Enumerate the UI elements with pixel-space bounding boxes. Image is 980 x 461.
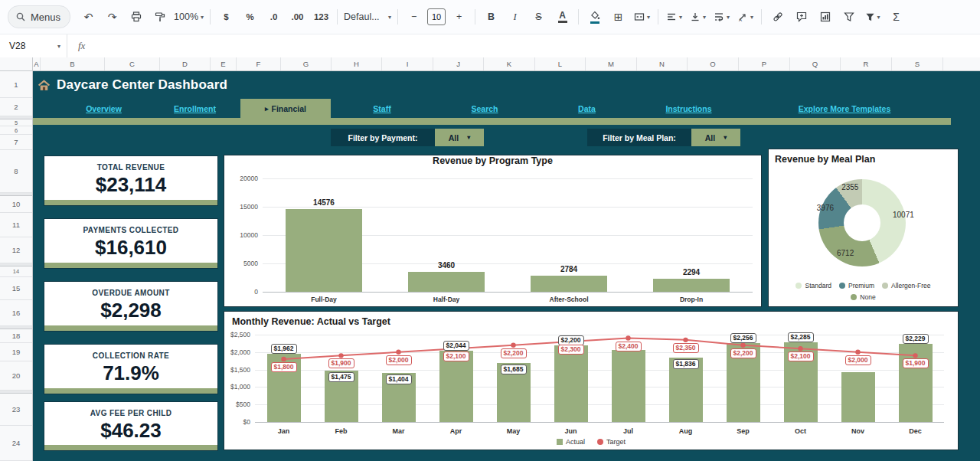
row-header-10[interactable]: 10 — [0, 196, 32, 213]
column-header-N[interactable]: N — [637, 57, 688, 70]
column-header-D[interactable]: D — [160, 57, 211, 70]
vertical-align-bottom-icon — [690, 11, 701, 22]
legend-label: Premium — [848, 282, 874, 289]
column-header-A[interactable]: A — [33, 57, 41, 70]
row-header-19[interactable]: 19 — [0, 343, 32, 361]
menus-button[interactable]: Menus — [8, 5, 70, 28]
more-formats-button[interactable]: 123 — [309, 7, 333, 27]
filter-dropdown-filter-by-meal-plan[interactable]: All▾ — [691, 129, 740, 146]
create-filter-button[interactable] — [837, 7, 861, 27]
bar-dec[interactable] — [899, 344, 933, 422]
percent-format-button[interactable]: % — [238, 7, 262, 27]
column-header-L[interactable]: L — [535, 57, 586, 70]
bar-drop-in[interactable] — [653, 279, 730, 292]
select-all-corner[interactable] — [0, 57, 33, 70]
insert-chart-button[interactable] — [813, 7, 837, 27]
column-header-R[interactable]: R — [841, 57, 892, 70]
row-header-16[interactable]: 16 — [0, 300, 32, 326]
legend-swatch — [851, 294, 857, 300]
tab-financial[interactable]: ▸Financial — [240, 99, 331, 118]
redo-button[interactable]: ↷ — [100, 7, 124, 27]
row-header-5[interactable]: 5 — [0, 119, 32, 126]
column-header-S[interactable]: S — [892, 57, 943, 70]
horizontal-align-button[interactable]: ▾ — [662, 7, 686, 27]
column-header-Q[interactable]: Q — [790, 57, 841, 70]
tab-explore-more-templates[interactable]: Explore More Templates — [740, 99, 949, 118]
tab-label: Data — [578, 104, 596, 113]
column-header-I[interactable]: I — [382, 57, 433, 70]
kpi-label: COLLECTION RATE — [93, 351, 169, 360]
print-button[interactable] — [124, 7, 148, 27]
paint-format-button[interactable] — [148, 7, 172, 27]
tab-data[interactable]: Data — [536, 99, 638, 118]
merge-cells-button[interactable]: ▾ — [630, 7, 654, 27]
row-header-24[interactable]: 24 — [0, 426, 32, 461]
tab-search[interactable]: Search — [433, 99, 536, 118]
row-header-15[interactable]: 15 — [0, 277, 32, 300]
fill-color-button[interactable] — [583, 7, 606, 27]
x-axis-label: Apr — [450, 427, 462, 435]
column-header-G[interactable]: G — [281, 57, 332, 70]
font-size-input[interactable]: 10 — [427, 8, 446, 25]
row-header-11[interactable]: 11 — [0, 213, 32, 237]
font-select[interactable]: Defaul...▾ — [341, 7, 394, 27]
row-header-18[interactable]: 18 — [0, 329, 32, 343]
tab-enrollment[interactable]: Enrollment — [149, 99, 240, 118]
bar-jun[interactable] — [554, 345, 588, 422]
text-rotation-icon: A — [737, 11, 748, 22]
increase-decimal-button[interactable]: .00 — [286, 7, 309, 27]
row-header-20[interactable]: 20 — [0, 361, 32, 391]
link-icon — [773, 11, 783, 22]
bold-button[interactable]: B — [479, 7, 503, 27]
borders-button[interactable]: ⊞ — [606, 7, 630, 27]
row-header-1[interactable]: 1 — [0, 71, 32, 98]
name-box[interactable]: V28 ▾ — [0, 34, 67, 57]
vertical-align-button[interactable]: ▾ — [686, 7, 710, 27]
tab-overview[interactable]: Overview — [58, 99, 149, 118]
column-header-F[interactable]: F — [237, 57, 281, 70]
column-header-E[interactable]: E — [211, 57, 237, 70]
insert-link-button[interactable] — [766, 7, 789, 27]
text-wrap-button[interactable]: ▾ — [710, 7, 733, 27]
tab-staff[interactable]: Staff — [331, 99, 433, 118]
undo-button[interactable]: ↶ — [77, 7, 100, 27]
insert-comment-button[interactable] — [789, 7, 813, 27]
row-header-2[interactable]: 2 — [0, 98, 32, 116]
filter-views-button[interactable]: ▾ — [861, 7, 884, 27]
row-header-7[interactable]: 7 — [0, 135, 32, 150]
filter-dropdown-filter-by-payment[interactable]: All▾ — [435, 129, 484, 146]
row-header-14[interactable]: 14 — [0, 266, 32, 277]
bar-nov[interactable] — [841, 372, 875, 422]
bar-full-day[interactable] — [286, 209, 362, 292]
column-header-C[interactable]: C — [105, 57, 160, 70]
increase-font-size-button[interactable]: + — [447, 7, 471, 27]
tab-instructions[interactable]: Instructions — [638, 99, 740, 118]
currency-format-button[interactable]: $ — [214, 7, 238, 27]
text-rotation-button[interactable]: A ▾ — [733, 7, 757, 27]
target-label: $2,000 — [845, 355, 871, 365]
zoom-select[interactable]: 100%▾ — [172, 7, 206, 27]
x-axis-label: Feb — [335, 427, 347, 435]
bar-jul[interactable] — [612, 350, 645, 422]
decrease-font-size-button[interactable]: − — [402, 7, 426, 27]
decrease-decimal-button[interactable]: .0 — [262, 7, 286, 27]
kpi-accent-bar — [44, 263, 217, 268]
row-header-12[interactable]: 12 — [0, 237, 32, 263]
row-header-6[interactable]: 6 — [0, 126, 32, 135]
column-header-M[interactable]: M — [586, 57, 637, 70]
column-header-K[interactable]: K — [484, 57, 535, 70]
formula-input[interactable] — [93, 34, 980, 57]
text-color-button[interactable]: A — [550, 7, 574, 27]
strikethrough-button[interactable]: S — [527, 7, 550, 27]
bar-half-day[interactable] — [408, 272, 485, 292]
row-header-23[interactable]: 23 — [0, 394, 32, 426]
row-header-8[interactable]: 8 — [0, 150, 32, 193]
bar-after-school[interactable] — [531, 276, 607, 292]
column-header-P[interactable]: P — [739, 57, 790, 70]
functions-button[interactable]: Σ — [884, 7, 908, 27]
italic-button[interactable]: I — [503, 7, 527, 27]
column-header-H[interactable]: H — [332, 57, 382, 70]
column-header-J[interactable]: J — [433, 57, 484, 70]
column-header-B[interactable]: B — [41, 57, 105, 70]
column-header-O[interactable]: O — [688, 57, 739, 70]
